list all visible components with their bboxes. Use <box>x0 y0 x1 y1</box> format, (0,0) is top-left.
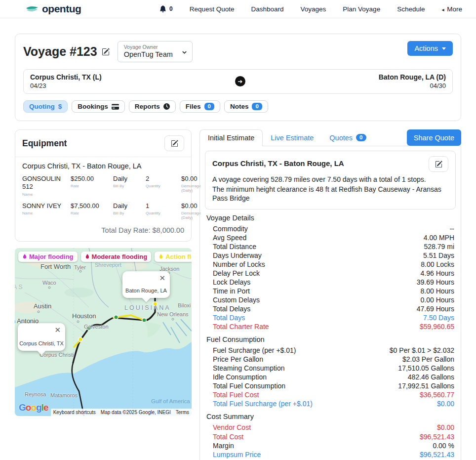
dollar-icon: $ <box>58 103 62 110</box>
infowindow-label: Baton Rouge, LA <box>122 288 170 293</box>
caret-down-icon <box>442 47 446 50</box>
cost-summary-heading: Cost Summary <box>205 413 456 420</box>
detail-row: Custom Delays0.00 Hours <box>205 295 456 304</box>
terms-link[interactable]: Terms <box>173 409 192 416</box>
fuel-row-total-fuel-surcharge: Total Fuel Surcharge (per +$.01)$0.00 <box>205 399 456 408</box>
equipment-row: SONNY IVEYName $7,500.00Rate DailyBill B… <box>22 202 184 220</box>
chevron-down-icon <box>182 49 187 55</box>
tab-bookings[interactable]: Bookings <box>72 100 125 113</box>
actions-button[interactable]: Actions <box>407 41 453 56</box>
route-map[interactable]: Major flooding Moderate flooding Action … <box>15 248 192 416</box>
tab-notes[interactable]: Notes 0 <box>224 100 268 113</box>
google-logo[interactable]: Google <box>19 402 48 413</box>
detail-row: Commodity-- <box>205 224 456 233</box>
total-day-rate: Total Day Rate: $8,000.00 <box>22 225 184 237</box>
voyage-owner-label: Voyage Owner <box>124 44 186 50</box>
tab-initial-estimate[interactable]: Initial Estimate <box>199 129 263 146</box>
route-origin: Corpus Christi, TX (L) <box>30 73 102 81</box>
detail-row: Total Distance528.79 mi <box>205 242 456 251</box>
voyage-summary-line1: A voyage covering 528.79 miles over 7.50… <box>212 175 448 184</box>
close-icon[interactable]: ✕ <box>159 274 165 282</box>
equipment-title: Equipment <box>22 138 67 149</box>
credit-card-icon <box>112 104 119 110</box>
nav-request-quote[interactable]: Request Quote <box>190 5 235 13</box>
equipment-demurrage: $0.00 <box>181 202 201 210</box>
notifications-button[interactable]: 0 <box>159 5 173 12</box>
opentug-logo[interactable]: opentug <box>26 3 81 15</box>
rate-column-label: Rate <box>71 184 110 188</box>
equipment-rate: $250.00 <box>71 175 110 183</box>
voyage-summary-subcard: Corpus Christi, TX - Baton Rouge, LA A v… <box>205 151 456 209</box>
droplet-icon <box>159 253 163 259</box>
rate-column-label: Rate <box>71 211 110 215</box>
keyboard-shortcuts-link[interactable]: Keyboard shortcuts <box>51 409 98 416</box>
cost-row-lumpsum-price: Lumpsum Price$96,521.43 <box>205 450 456 459</box>
droplet-icon <box>85 253 90 259</box>
fuel-row-total-fuel-cost: Total Fuel Cost$36,560.77 <box>205 390 456 399</box>
detail-row: Number of Locks8.00 Locks <box>205 260 456 269</box>
infowindow-label: Corpus Christi, TX <box>18 340 65 346</box>
legend-major-flooding: Major flooding <box>18 251 78 262</box>
voyage-owner-select[interactable]: Voyage Owner OpenTug Team <box>118 41 193 62</box>
detail-row: Days Underway5.51 Days <box>205 251 456 260</box>
tab-files[interactable]: Files 0 <box>180 100 220 113</box>
equipment-billby: Daily <box>113 202 143 210</box>
fuel-row: Price Per Gallon$2.03 Per Gallon <box>205 355 456 364</box>
fuel-row: Idle Consumption482.46 Gallons <box>205 373 456 381</box>
close-icon[interactable]: ✕ <box>54 326 61 334</box>
quantity-column-label: Quantity <box>146 211 178 215</box>
flood-legend: Major flooding Moderate flooding Action … <box>18 251 188 262</box>
tab-quotes[interactable]: Quotes 0 <box>321 129 374 146</box>
infowindow-corpus-christi: ✕ Corpus Christi, TX <box>18 323 65 351</box>
fuel-row: Fuel Surcharge (per +$.01)$0 Per $.01 > … <box>205 346 456 355</box>
nav-plan-voyage[interactable]: Plan Voyage <box>343 5 380 13</box>
nav-dashboard[interactable]: Dashboard <box>251 5 283 13</box>
equipment-card: Equipment Corpus Christi, TX - Baton Rou… <box>15 129 192 242</box>
detail-row: Avg Speed4.00 MPH <box>205 233 456 242</box>
name-column-label: Name <box>22 211 68 215</box>
edit-estimate-button[interactable] <box>429 156 448 172</box>
detail-row: Total Delays47.69 Hours <box>205 304 456 313</box>
equipment-demurrage: $0.00 <box>181 175 201 183</box>
fuel-row: Total Fuel Consumption17,992.51 Gallons <box>205 381 456 390</box>
fuel-row: Steaming Consumption17,510.05 Gallons <box>205 364 456 373</box>
droplet-icon <box>22 253 27 259</box>
voyage-summary-line2: The minimum height clearance is 48 ft at… <box>212 185 448 203</box>
logo-swoosh-icon <box>26 5 39 12</box>
cost-row-vendor-cost: Vendor Cost$0.00 <box>205 423 456 432</box>
detail-row: Delay Per Lock4.96 Hours <box>205 269 456 278</box>
arrow-right-circle-icon: ➜ <box>235 76 245 86</box>
clock-icon <box>163 103 170 110</box>
tab-reports[interactable]: Reports <box>129 100 176 113</box>
nav-voyages[interactable]: Voyages <box>301 5 326 13</box>
equipment-billby: Daily <box>113 175 143 183</box>
share-quote-button[interactable]: Share Quote <box>407 129 461 146</box>
tab-quoting[interactable]: Quoting$ <box>23 100 68 113</box>
tab-live-estimate[interactable]: Live Estimate <box>263 129 321 146</box>
nav-more[interactable]: ◂ More <box>441 5 462 13</box>
equipment-name: SONNY IVEY <box>22 202 68 210</box>
waypoint-marker-yellow <box>153 302 157 306</box>
voyage-details-heading: Voyage Details <box>205 214 456 222</box>
edit-equipment-button[interactable] <box>164 135 184 151</box>
route-destination: Baton Rouge, LA (D) <box>379 73 446 81</box>
notifications-count: 0 <box>169 5 173 12</box>
top-nav: opentug 0 Request Quote Dashboard Voyage… <box>0 0 476 18</box>
voyage-title: Voyage #123 <box>23 44 97 59</box>
route-origin-date: 04/23 <box>30 82 102 89</box>
legend-action-flooding: Action flooding <box>155 251 192 262</box>
waypoint-marker-green <box>142 318 146 322</box>
route-summary: Corpus Christi, TX (L) 04/23 ➜ Baton Rou… <box>23 69 453 94</box>
files-count-badge: 0 <box>204 103 214 110</box>
billby-column-label: Bill By <box>113 184 143 188</box>
legend-moderate-flooding: Moderate flooding <box>81 251 152 262</box>
pencil-square-icon <box>171 140 178 147</box>
edit-voyage-title-icon[interactable] <box>102 48 110 56</box>
nav-schedule[interactable]: Schedule <box>397 5 425 13</box>
detail-row-total-days: Total Days7.50 Days <box>205 313 456 322</box>
equipment-name: GONSOULIN 512 <box>22 175 68 191</box>
detail-row: Lock Delays39.69 Hours <box>205 278 456 287</box>
map-data-attribution: Map data ©2025 Google, INEGI <box>98 409 173 416</box>
detail-row-total-charter-rate: Total Charter Rate$59,960.65 <box>205 322 456 331</box>
route-destination-date: 04/30 <box>430 82 446 89</box>
